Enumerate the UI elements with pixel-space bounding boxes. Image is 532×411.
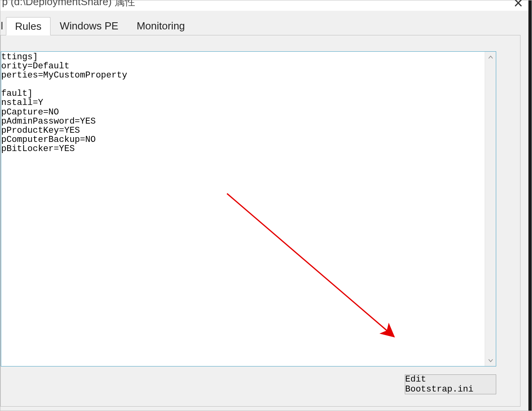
close-button[interactable]: × bbox=[514, 0, 523, 12]
tab-strip: l Rules Windows PE Monitoring bbox=[0, 16, 520, 35]
scroll-up-arrow-icon[interactable] bbox=[485, 52, 496, 63]
tab-monitoring[interactable]: Monitoring bbox=[128, 17, 194, 35]
tab-label: l bbox=[1, 20, 3, 32]
tab-windows-pe[interactable]: Windows PE bbox=[50, 17, 127, 35]
edit-bootstrap-button[interactable]: Edit Bootstrap.ini bbox=[405, 374, 496, 394]
titlebar: p (d:\DeploymentShare) 属性 bbox=[0, 0, 532, 11]
vertical-scrollbar[interactable] bbox=[485, 52, 496, 366]
tab-label: Windows PE bbox=[60, 20, 118, 32]
tab-label: Rules bbox=[15, 20, 41, 33]
properties-window: p (d:\DeploymentShare) 属性 × l Rules Wind… bbox=[0, 0, 532, 411]
tab-rules[interactable]: Rules bbox=[6, 17, 50, 35]
button-label: Edit Bootstrap.ini bbox=[405, 374, 496, 394]
client-area: l Rules Windows PE Monitoring ttings] or… bbox=[0, 11, 532, 411]
tab-general-partial[interactable]: l bbox=[0, 17, 6, 35]
window-title: p (d:\DeploymentShare) 属性 bbox=[2, 0, 135, 9]
tab-content: ttings] ority=Default perties=MyCustomPr… bbox=[0, 35, 520, 407]
tab-label: Monitoring bbox=[137, 20, 185, 32]
scroll-down-arrow-icon[interactable] bbox=[485, 355, 496, 366]
rules-textbox-container: ttings] ority=Default perties=MyCustomPr… bbox=[1, 51, 496, 366]
rules-textbox[interactable]: ttings] ority=Default perties=MyCustomPr… bbox=[1, 52, 485, 366]
right-edge-shadow bbox=[528, 0, 532, 411]
